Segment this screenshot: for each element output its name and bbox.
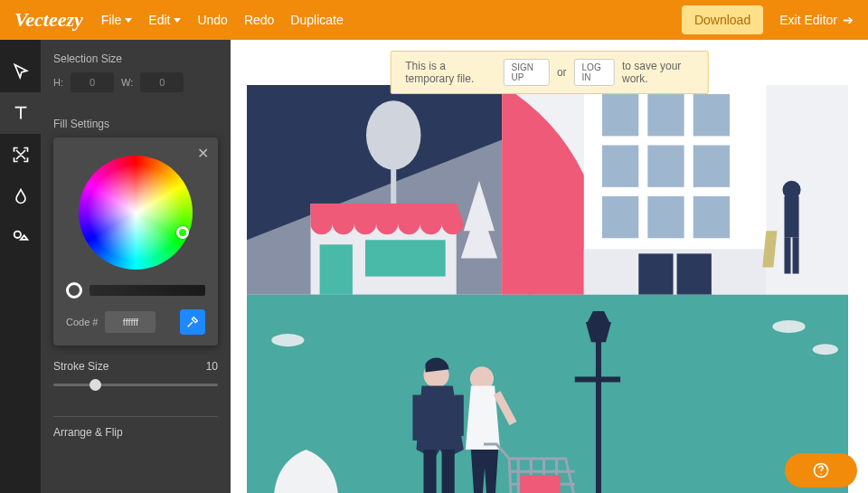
color-code-label: Code #: [66, 317, 98, 327]
arrange-flip-label: Arrange & Flip: [53, 416, 218, 439]
svg-rect-7: [365, 240, 446, 276]
value-slider[interactable]: [90, 285, 205, 296]
text-icon: [11, 103, 31, 123]
svg-rect-43: [455, 395, 464, 436]
stroke-size-row: Stroke Size 10: [53, 360, 218, 373]
svg-rect-31: [247, 295, 848, 493]
exit-editor-button[interactable]: Exit Editor ➔: [779, 13, 854, 27]
color-code-row: Code #: [66, 309, 205, 335]
banner-text-prefix: This is a temporary file.: [405, 60, 495, 85]
slider-track: [53, 384, 218, 386]
transform-tool[interactable]: [0, 134, 41, 175]
svg-rect-35: [596, 340, 601, 493]
transform-icon: [12, 146, 30, 164]
color-wheel[interactable]: [79, 156, 193, 270]
stroke-size-value: 10: [206, 360, 218, 373]
svg-rect-6: [320, 244, 353, 294]
selection-size-label: Selection Size: [53, 52, 218, 65]
menu-undo[interactable]: Undo: [197, 13, 227, 27]
svg-rect-40: [423, 450, 436, 493]
svg-point-0: [14, 232, 20, 238]
canvas-artwork[interactable]: [247, 85, 848, 493]
close-icon[interactable]: ✕: [197, 145, 209, 162]
eyedropper-icon: [185, 315, 200, 329]
menu-redo[interactable]: Redo: [244, 13, 274, 27]
arrow-right-icon: ➔: [843, 13, 854, 27]
svg-point-33: [772, 320, 805, 333]
menu-duplicate[interactable]: Duplicate: [290, 13, 343, 27]
menu-file[interactable]: File: [101, 13, 133, 27]
svg-rect-21: [647, 196, 684, 238]
svg-rect-23: [584, 249, 767, 294]
svg-rect-24: [638, 253, 673, 294]
shapes-tool[interactable]: [0, 217, 41, 259]
selection-size-row: H: W:: [53, 72, 218, 92]
value-slider-row: [66, 282, 205, 299]
app-logo: Vecteezy: [14, 8, 83, 32]
slider-knob[interactable]: [90, 379, 101, 391]
svg-rect-25: [677, 253, 712, 294]
help-icon: [812, 461, 830, 479]
shapes-icon: [11, 228, 31, 248]
svg-rect-41: [442, 450, 455, 493]
temp-file-banner: This is a temporary file. SIGN UP or LOG…: [390, 51, 709, 94]
color-wheel-thumb[interactable]: [176, 226, 189, 239]
signup-button[interactable]: SIGN UP: [504, 59, 550, 86]
banner-text-or: or: [557, 66, 567, 79]
svg-rect-27: [784, 196, 798, 237]
stroke-size-label: Stroke Size: [53, 360, 108, 373]
width-label: W:: [121, 77, 133, 88]
fill-settings-label: Fill Settings: [53, 118, 218, 130]
login-button[interactable]: LOG IN: [574, 59, 615, 86]
svg-point-4: [366, 100, 420, 170]
tool-iconbar: [0, 40, 41, 493]
svg-rect-28: [784, 237, 790, 273]
menu-edit[interactable]: Edit: [148, 13, 181, 27]
banner-text-suffix: to save your work.: [622, 60, 693, 85]
fill-settings-panel: ✕ Code #: [53, 137, 218, 346]
chevron-down-icon: [174, 18, 181, 23]
svg-rect-18: [647, 146, 684, 187]
properties-panel: Selection Size H: W: Fill Settings ✕ Cod…: [41, 40, 231, 493]
pen-tool[interactable]: [0, 175, 41, 217]
height-input[interactable]: [71, 72, 114, 92]
svg-point-32: [271, 334, 304, 346]
eyedropper-button[interactable]: [180, 309, 205, 335]
download-button[interactable]: Download: [682, 5, 763, 34]
svg-point-50: [820, 473, 822, 475]
help-button[interactable]: [785, 453, 857, 488]
svg-rect-38: [575, 376, 620, 382]
svg-rect-29: [793, 237, 799, 273]
top-bar: Vecteezy File Edit Undo Redo Duplicate D…: [0, 0, 868, 40]
svg-rect-22: [693, 196, 730, 238]
pen-icon: [12, 187, 30, 205]
width-input[interactable]: [140, 72, 184, 92]
text-tool[interactable]: [0, 92, 41, 134]
color-code-input[interactable]: [105, 311, 156, 333]
svg-point-34: [813, 344, 838, 355]
select-tool[interactable]: [0, 51, 41, 92]
height-label: H:: [53, 77, 63, 88]
svg-rect-16: [693, 94, 730, 136]
canvas-area: This is a temporary file. SIGN UP or LOG…: [231, 40, 868, 493]
value-thumb[interactable]: [66, 282, 82, 299]
svg-rect-48: [520, 475, 560, 493]
chevron-down-icon: [125, 18, 132, 23]
svg-rect-15: [647, 94, 684, 136]
top-menu: File Edit Undo Redo Duplicate: [101, 13, 344, 27]
svg-rect-17: [602, 146, 638, 187]
stroke-size-slider[interactable]: [53, 378, 218, 391]
svg-rect-42: [412, 395, 421, 441]
svg-rect-14: [602, 94, 638, 136]
cursor-icon: [12, 62, 30, 81]
svg-rect-20: [602, 196, 638, 238]
svg-rect-19: [693, 146, 730, 187]
